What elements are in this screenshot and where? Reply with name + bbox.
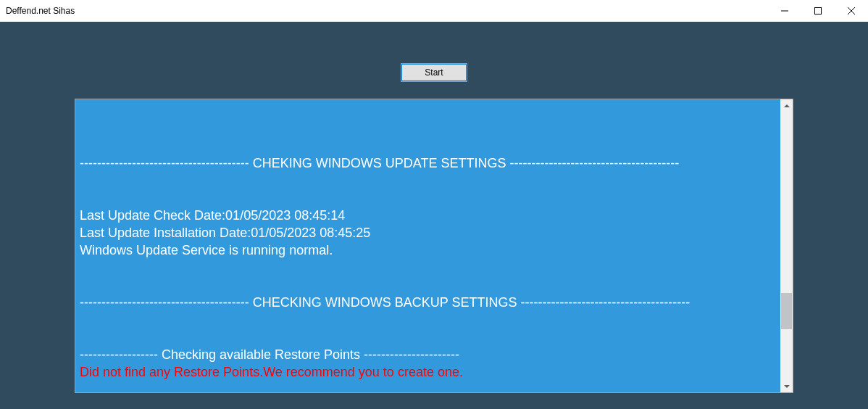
output-line: Last Update Check Date:01/05/2023 08:45:…: [80, 207, 776, 224]
window-title: Deffend.net Sihas: [6, 6, 75, 16]
start-button[interactable]: Start: [401, 64, 467, 81]
output-line: [80, 137, 776, 154]
close-button[interactable]: [835, 0, 868, 22]
vertical-scrollbar[interactable]: [780, 99, 793, 392]
output-panel: --------------------------------------- …: [75, 99, 793, 393]
output-line: --------------------------------------- …: [80, 294, 776, 311]
output-line: [80, 311, 776, 329]
scroll-track[interactable]: [780, 112, 793, 380]
output-line: Did not find any Restore Points.We recom…: [80, 363, 776, 381]
svg-marker-4: [784, 104, 790, 107]
maximize-button[interactable]: [801, 0, 835, 22]
output-line: [80, 102, 776, 120]
output-line: [80, 259, 776, 276]
output-line: Last Update Installation Date:01/05/2023…: [80, 224, 776, 241]
output-line: ------------------ Checking available Re…: [80, 346, 776, 363]
titlebar: Deffend.net Sihas: [0, 0, 868, 22]
output-line: [80, 172, 776, 189]
output-line: [80, 276, 776, 294]
output-text: --------------------------------------- …: [75, 99, 780, 392]
svg-marker-5: [784, 385, 790, 388]
output-line: [80, 120, 776, 137]
minimize-button[interactable]: [768, 0, 801, 22]
output-line: --------------------------------------- …: [80, 154, 776, 172]
output-line: [80, 189, 776, 207]
output-line: [80, 329, 776, 346]
app-body: Start ----------------------------------…: [0, 22, 868, 409]
window-controls: [768, 0, 868, 22]
scroll-down-icon[interactable]: [780, 380, 793, 392]
scroll-up-icon[interactable]: [780, 99, 793, 112]
scroll-thumb[interactable]: [781, 293, 792, 329]
svg-rect-1: [815, 8, 822, 15]
output-line: Windows Update Service is running normal…: [80, 241, 776, 259]
